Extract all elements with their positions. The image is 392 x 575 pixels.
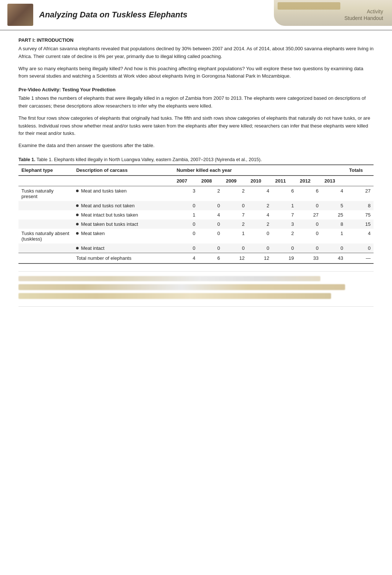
redacted-line-1 — [18, 276, 320, 281]
header: Analyzing Data on Tuskless Elephants Act… — [0, 0, 392, 31]
redacted-section — [18, 271, 374, 307]
cell-description: Meat and tusks taken — [73, 186, 173, 201]
cell-year-2008: 2 — [198, 186, 223, 201]
bullet-dot — [76, 204, 79, 207]
cell-year-2010: 4 — [248, 186, 272, 201]
description-text: Meat and tusks not taken — [81, 203, 134, 208]
part1-paragraph2: Why are so many elephants being illegall… — [18, 65, 374, 81]
redacted-line-2 — [18, 284, 345, 290]
student-handout-label: Student Handout — [342, 15, 383, 21]
cell-year-2009: 2 — [223, 220, 248, 229]
cell-total: 4 — [346, 229, 374, 244]
cell-year-2008: 0 — [198, 244, 223, 253]
cell-year-2012: 0 — [297, 220, 321, 229]
bullet-dot — [76, 232, 79, 235]
cell-year-2010: 0 — [248, 229, 272, 244]
data-table: Elephant type Description of carcass Num… — [18, 164, 374, 264]
cell-year-2009: 1 — [223, 229, 248, 244]
totals-year-2013: 43 — [321, 253, 346, 263]
cell-year-2011: 7 — [272, 210, 297, 220]
cell-description: Meat intact — [73, 244, 173, 253]
content-area: PART I: INTRODUCTION A survey of African… — [0, 37, 392, 321]
cell-year-2007: 0 — [173, 220, 198, 229]
col-header-number-label: Number killed each year — [173, 165, 346, 176]
cell-total: 15 — [346, 220, 374, 229]
page: Analyzing Data on Tuskless Elephants Act… — [0, 0, 392, 575]
year-header-2011: 2011 — [272, 176, 297, 186]
cell-year-2007: 0 — [173, 201, 198, 210]
cell-year-2009: 0 — [223, 201, 248, 210]
table-row: Meat taken but tusks intact002230815 — [18, 220, 374, 229]
year-header-totals-spacer — [346, 176, 374, 186]
cell-total: 8 — [346, 201, 374, 210]
totals-year-2007: 4 — [173, 253, 198, 263]
cell-description: Meat and tusks not taken — [73, 201, 173, 210]
cell-year-2009: 2 — [223, 186, 248, 201]
bullet-dot — [76, 190, 79, 192]
cell-year-2013: 8 — [321, 220, 346, 229]
activity-title: Pre-Video Activity: Testing Your Predict… — [18, 87, 374, 92]
description-text: Meat intact — [81, 245, 104, 251]
header-left: Analyzing Data on Tuskless Elephants — [0, 0, 333, 30]
cell-elephant-type — [18, 201, 73, 210]
cell-description: Meat taken — [73, 229, 173, 244]
totals-label: Total number of elephants — [73, 253, 173, 263]
cell-elephant-type — [18, 244, 73, 253]
cell-year-2011: 1 — [272, 201, 297, 210]
cell-year-2013: 25 — [321, 210, 346, 220]
year-header-2013: 2013 — [321, 176, 346, 186]
cell-year-2012: 6 — [297, 186, 321, 201]
header-logo-image — [7, 4, 33, 26]
cell-year-2009: 0 — [223, 244, 248, 253]
totals-row: Total number of elephants461212193343— — [18, 253, 374, 263]
table-header-row: Elephant type Description of carcass Num… — [18, 165, 374, 176]
year-header-2010: 2010 — [248, 176, 272, 186]
activity-label: Activity — [342, 8, 383, 14]
description-text: Meat taken — [81, 231, 104, 236]
cell-year-2010: 2 — [248, 201, 272, 210]
cell-year-2010: 0 — [248, 244, 272, 253]
cell-year-2012: 27 — [297, 210, 321, 220]
part1-title: PART I: INTRODUCTION — [18, 37, 374, 43]
table-row: Meat and tusks not taken00021058 — [18, 201, 374, 210]
year-header-spacer-elephant — [18, 176, 73, 186]
col-header-elephant: Elephant type — [18, 165, 73, 176]
activity-paragraph1: Table 1 shows the numbers of elephants t… — [18, 95, 374, 110]
cell-year-2010: 4 — [248, 210, 272, 220]
cell-elephant-type — [18, 220, 73, 229]
part1-paragraph1: A survey of African savanna elephants re… — [18, 45, 374, 61]
description-text: Meat taken but tusks intact — [81, 221, 138, 227]
cell-year-2007: 0 — [173, 244, 198, 253]
header-right: Activity Student Handout — [333, 0, 392, 30]
col-header-description: Description of carcass — [73, 165, 173, 176]
activity-paragraph2: The first four rows show categories of e… — [18, 115, 374, 137]
cell-description: Meat taken but tusks intact — [73, 220, 173, 229]
cell-elephant-type: Tusks naturally absent (tuskless) — [18, 229, 73, 244]
cell-year-2013: 1 — [321, 229, 346, 244]
cell-year-2007: 0 — [173, 229, 198, 244]
activity-paragraph3: Examine the data and then answer the que… — [18, 142, 374, 150]
totals-year-2010: 12 — [248, 253, 272, 263]
col-header-totals: Totals — [346, 165, 374, 176]
cell-total: 75 — [346, 210, 374, 220]
cell-description: Meat intact but tusks taken — [73, 210, 173, 220]
totals-year-2009: 12 — [223, 253, 248, 263]
year-header-2008: 2008 — [198, 176, 223, 186]
bullet-dot — [76, 247, 79, 249]
cell-elephant-type: Tusks naturally present — [18, 186, 73, 201]
year-header-2012: 2012 — [297, 176, 321, 186]
redacted-line-3 — [18, 293, 331, 299]
table-row: Meat intact but tusks taken14747272575 — [18, 210, 374, 220]
cell-total: 0 — [346, 244, 374, 253]
table-row: Meat intact00000000 — [18, 244, 374, 253]
cell-year-2008: 0 — [198, 220, 223, 229]
cell-year-2011: 0 — [272, 244, 297, 253]
cell-year-2007: 3 — [173, 186, 198, 201]
table-caption: Table 1. Table 1. Elephants killed illeg… — [18, 157, 374, 162]
cell-total: 27 — [346, 186, 374, 201]
cell-elephant-type — [18, 210, 73, 220]
cell-year-2010: 2 — [248, 220, 272, 229]
totals-year-2008: 6 — [198, 253, 223, 263]
cell-year-2013: 0 — [321, 244, 346, 253]
cell-year-2008: 0 — [198, 229, 223, 244]
